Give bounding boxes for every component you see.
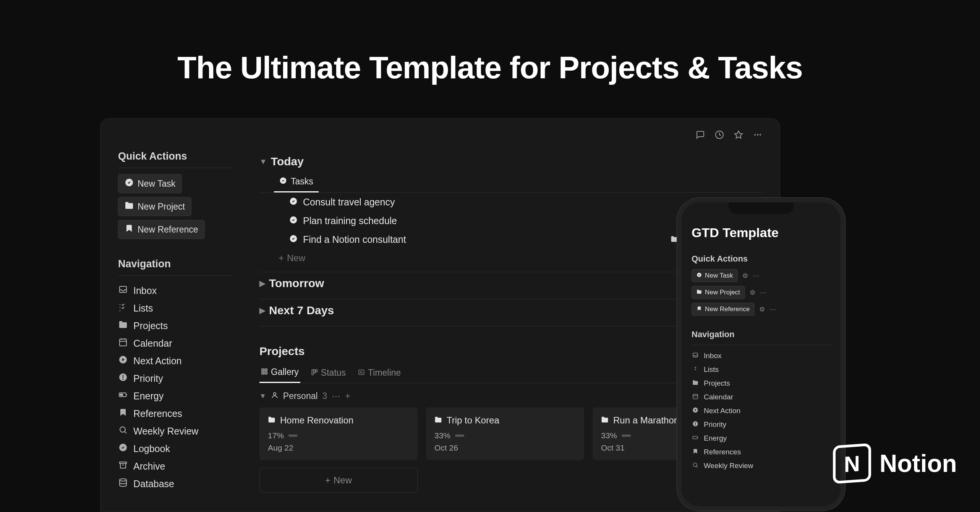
- search-icon: [692, 462, 699, 470]
- svg-point-37: [695, 425, 696, 425]
- group-label: Personal: [283, 391, 318, 401]
- nav-logbook[interactable]: Logbook: [118, 440, 233, 457]
- nav-weekly-review[interactable]: Weekly Review: [118, 422, 233, 440]
- nav-calendar[interactable]: Calendar: [118, 334, 233, 352]
- folder-icon: [692, 380, 699, 388]
- phone-navigation-title: Navigation: [692, 329, 831, 339]
- phone-nav-label: Projects: [704, 379, 730, 388]
- more-icon[interactable]: ⋯: [332, 391, 340, 401]
- nav-label: Energy: [133, 391, 164, 402]
- nav-label: Logbook: [133, 443, 170, 454]
- nav-label: Archive: [133, 461, 165, 472]
- nav-label: Weekly Review: [133, 426, 198, 437]
- nav-archive[interactable]: Archive: [118, 457, 233, 475]
- progress-bar: [455, 434, 464, 437]
- nav-references[interactable]: References: [118, 405, 233, 422]
- comments-icon[interactable]: [696, 130, 705, 142]
- section-title: Next 7 Days: [269, 304, 334, 317]
- folder-icon: [268, 415, 275, 426]
- nav-database[interactable]: Database: [118, 475, 233, 493]
- phone-nav-label: Calendar: [704, 393, 733, 401]
- quick-actions-title: Quick Actions: [118, 150, 233, 162]
- nav-projects[interactable]: Projects: [118, 317, 233, 334]
- nav-label: Database: [133, 478, 174, 489]
- phone-new-reference-button[interactable]: New Reference: [692, 303, 755, 316]
- section-title: Tomorrow: [269, 277, 324, 290]
- phone-nav-weekly-review[interactable]: Weekly Review: [692, 459, 831, 473]
- project-card[interactable]: Trip to Korea 33% Oct 26: [426, 407, 584, 460]
- phone-nav-label: Inbox: [704, 352, 721, 360]
- phone-nav-next-action[interactable]: Next Action: [692, 404, 831, 418]
- nav-inbox[interactable]: Inbox: [118, 282, 233, 299]
- view-gallery[interactable]: Gallery: [259, 363, 300, 383]
- phone-nav-references[interactable]: References: [692, 445, 831, 459]
- section-today[interactable]: ▼ Today: [259, 150, 762, 173]
- nav-next-action[interactable]: Next Action: [118, 352, 233, 370]
- star-icon[interactable]: [734, 130, 743, 142]
- person-icon: [271, 391, 279, 401]
- arrow-circle-icon: [118, 355, 128, 367]
- plus-icon[interactable]: +: [345, 391, 350, 401]
- new-project-button[interactable]: New Project: [118, 197, 191, 216]
- phone-nav-lists[interactable]: Lists: [692, 363, 831, 376]
- nav-lists[interactable]: Lists: [118, 299, 233, 317]
- more-icon[interactable]: [753, 130, 762, 142]
- svg-rect-24: [262, 372, 264, 374]
- phone-nav-calendar[interactable]: Calendar: [692, 390, 831, 404]
- phone-new-project-button[interactable]: New Project: [692, 286, 745, 299]
- view-label: Gallery: [271, 367, 299, 377]
- svg-rect-7: [120, 339, 126, 346]
- nav-label: Projects: [133, 320, 168, 331]
- qa-label: New Task: [138, 179, 175, 189]
- phone-nav-priority[interactable]: Priority: [692, 418, 831, 431]
- hero-title: The Ultimate Template for Projects & Tas…: [0, 0, 980, 120]
- section-title: Today: [271, 155, 304, 168]
- gear-icon[interactable]: ⚙: [750, 289, 755, 297]
- notion-logo-box: N: [833, 443, 871, 484]
- svg-rect-27: [314, 370, 315, 373]
- gear-icon[interactable]: ⚙: [742, 272, 748, 280]
- svg-point-30: [273, 392, 276, 395]
- progress-bar: [622, 434, 631, 437]
- phone-new-task-button[interactable]: New Task: [692, 269, 738, 282]
- tray-icon: [118, 285, 128, 296]
- view-timeline[interactable]: Timeline: [356, 363, 402, 383]
- view-label: Timeline: [368, 368, 401, 378]
- phone-nav-label: References: [704, 448, 741, 456]
- card-title: Run a Marathon: [613, 415, 679, 426]
- toggle-right-icon: ▶: [259, 279, 265, 288]
- new-task-button[interactable]: New Task: [118, 174, 182, 193]
- toggle-down-icon: ▼: [259, 157, 267, 166]
- toggle-down-icon: ▼: [259, 392, 266, 400]
- new-project-card[interactable]: + New: [259, 468, 418, 493]
- phone-btn-label: New Reference: [705, 305, 750, 313]
- svg-rect-26: [312, 370, 313, 375]
- phone-title: GTD Template: [692, 225, 831, 240]
- bookmark-icon: [118, 408, 128, 419]
- svg-rect-33: [693, 394, 698, 399]
- nav-energy[interactable]: Energy: [118, 387, 233, 405]
- view-status[interactable]: Status: [309, 363, 347, 383]
- timeline-icon: [358, 368, 365, 378]
- more-icon[interactable]: ⋯: [753, 272, 759, 280]
- phone-nav-label: Energy: [704, 434, 727, 443]
- nav-label: Calendar: [133, 338, 172, 349]
- toggle-right-icon: ▶: [259, 306, 265, 315]
- new-reference-button[interactable]: New Reference: [118, 220, 205, 239]
- check-circle-icon: [125, 178, 134, 189]
- nav-priority[interactable]: Priority: [118, 370, 233, 387]
- bookmark-icon: [697, 305, 702, 313]
- phone-nav-energy[interactable]: Energy: [692, 431, 831, 445]
- exclaim-icon: [118, 373, 128, 384]
- task-name: Plan training schedule: [303, 215, 397, 226]
- phone-quick-actions-title: Quick Actions: [692, 254, 831, 264]
- more-icon[interactable]: ⋯: [769, 305, 776, 313]
- project-card[interactable]: Home Renovation 17% Aug 22: [259, 407, 418, 460]
- tasks-tab[interactable]: Tasks: [274, 173, 319, 192]
- history-icon[interactable]: [715, 130, 724, 142]
- phone-nav-projects[interactable]: Projects: [692, 376, 831, 390]
- svg-marker-1: [735, 131, 742, 138]
- phone-nav-inbox[interactable]: Inbox: [692, 349, 831, 363]
- gear-icon[interactable]: ⚙: [759, 305, 765, 313]
- more-icon[interactable]: ⋯: [760, 289, 766, 297]
